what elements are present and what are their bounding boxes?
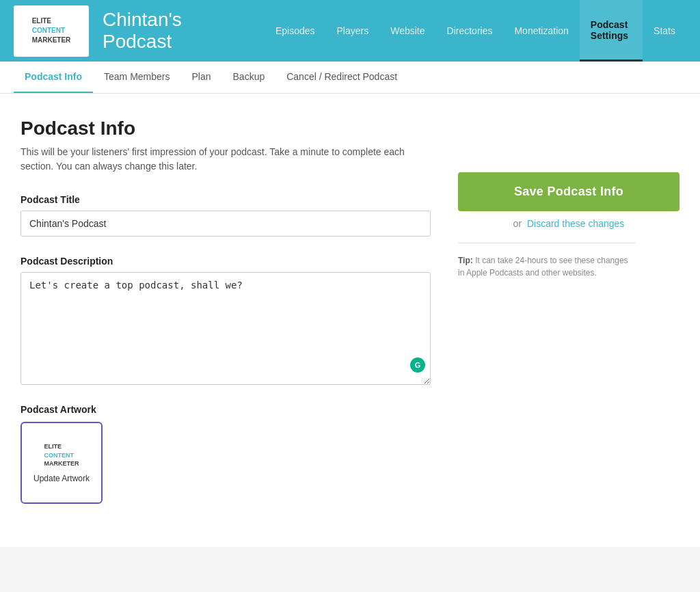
artwork-logo: ELITE CONTENT MARKETER <box>44 442 79 468</box>
nav-directories[interactable]: Directories <box>436 0 504 62</box>
podcast-artwork-label: Podcast Artwork <box>21 404 431 415</box>
artwork-logo-line3: MARKETER <box>44 459 79 468</box>
logo-line3: MARKETER <box>32 36 71 45</box>
sub-nav: Podcast Info Team Members Plan Backup Ca… <box>0 62 700 94</box>
discard-row: or Discard these changes <box>458 218 679 229</box>
nav-players[interactable]: Players <box>326 0 380 62</box>
header-title: Chintan's Podcast <box>103 9 244 53</box>
content-area: Podcast Info This will be your listeners… <box>0 94 700 547</box>
tip-label: Tip: <box>458 256 473 265</box>
subnav-plan[interactable]: Plan <box>180 62 221 93</box>
nav-podcast-settings[interactable]: Podcast Settings <box>580 0 643 62</box>
header: ELITE CONTENT MARKETER Chintan's Podcast… <box>0 0 700 62</box>
tip-box: Tip: It can take 24-hours to see these c… <box>458 243 636 279</box>
logo-line1: ELITE <box>32 16 71 26</box>
nav-stats[interactable]: Stats <box>643 0 686 62</box>
logo-text: ELITE CONTENT MARKETER <box>32 16 71 45</box>
subnav-cancel-redirect[interactable]: Cancel / Redirect Podcast <box>275 62 408 93</box>
podcast-title-field: Podcast Title <box>21 194 431 237</box>
logo: ELITE CONTENT MARKETER <box>14 5 89 57</box>
podcast-title-input[interactable] <box>21 211 431 237</box>
podcast-title-label: Podcast Title <box>21 194 431 205</box>
discard-prefix: or <box>513 218 522 229</box>
subnav-team-members[interactable]: Team Members <box>93 62 180 93</box>
podcast-description-input[interactable] <box>21 272 431 385</box>
grammarly-icon[interactable]: G <box>410 358 425 373</box>
textarea-wrapper: G <box>21 272 431 385</box>
podcast-artwork-field: Podcast Artwork ELITE CONTENT MARKETER U… <box>21 404 431 504</box>
podcast-description-field: Podcast Description G <box>21 256 431 385</box>
nav-monetization[interactable]: Monetization <box>503 0 579 62</box>
tip-text: It can take 24-hours to see these change… <box>458 256 628 278</box>
main-nav: Episodes Players Website Directories Mon… <box>265 0 686 62</box>
page-title: Podcast Info <box>21 118 431 139</box>
nav-website[interactable]: Website <box>379 0 435 62</box>
right-column: Save Podcast Info or Discard these chang… <box>458 118 679 523</box>
subnav-podcast-info[interactable]: Podcast Info <box>14 62 93 93</box>
discard-link[interactable]: Discard these changes <box>527 218 624 229</box>
update-artwork-label: Update Artwork <box>33 474 90 483</box>
subnav-backup[interactable]: Backup <box>222 62 276 93</box>
save-button[interactable]: Save Podcast Info <box>458 172 679 211</box>
podcast-description-label: Podcast Description <box>21 256 431 267</box>
page-subtitle: This will be your listeners' first impre… <box>21 145 431 174</box>
left-column: Podcast Info This will be your listeners… <box>21 118 431 523</box>
artwork-box[interactable]: ELITE CONTENT MARKETER Update Artwork <box>21 422 103 504</box>
artwork-logo-line1: ELITE <box>44 442 79 451</box>
nav-episodes[interactable]: Episodes <box>265 0 326 62</box>
logo-line2: CONTENT <box>32 26 71 36</box>
artwork-logo-line2: CONTENT <box>44 451 79 460</box>
